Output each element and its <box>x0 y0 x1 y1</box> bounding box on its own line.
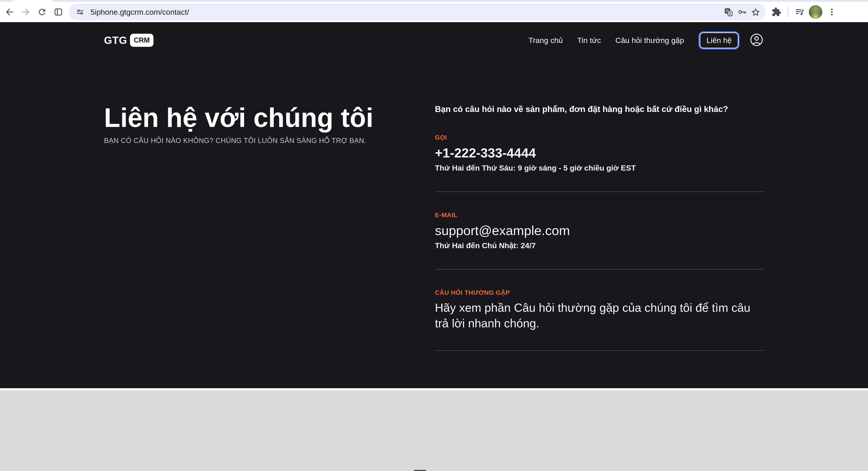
back-button[interactable] <box>2 5 17 19</box>
url-text: 5iphone.gtgcrm.com/contact/ <box>90 8 722 17</box>
translate-icon[interactable]: G文 <box>722 5 735 19</box>
main-nav: Trang chủ Tin tức Câu hỏi thường gặp Liê… <box>528 31 740 50</box>
active-tab <box>12 0 53 2</box>
side-panel-button[interactable] <box>51 5 66 19</box>
media-controls-button[interactable] <box>793 5 807 19</box>
hero-column: Liên hệ với chúng tôi BẠN CÓ CÂU HỎI NÀO… <box>104 103 435 351</box>
extensions-button[interactable] <box>769 5 784 19</box>
tune-icon[interactable] <box>73 5 87 19</box>
below-fold-area <box>0 390 868 471</box>
contact-section-email: E-MAIL support@example.com Thứ Hai đến C… <box>435 211 764 270</box>
svg-text:文: 文 <box>728 11 732 16</box>
page-title: Liên hệ với chúng tôi <box>104 103 421 133</box>
footer-peek <box>414 470 426 471</box>
call-hours: Thứ Hai đến Thứ Sáu: 9 giờ sáng - 5 giờ … <box>435 164 764 172</box>
account-icon <box>749 32 764 48</box>
browser-toolbar: 5iphone.gtgcrm.com/contact/ G文 <box>0 2 868 22</box>
forward-button[interactable] <box>19 5 33 19</box>
call-label: GỌI <box>435 134 764 141</box>
browser-menu-button[interactable] <box>825 5 839 19</box>
tab-strip <box>0 0 868 2</box>
section-divider <box>435 269 764 270</box>
account-button[interactable] <box>749 32 764 48</box>
nav-link-faq[interactable]: Câu hỏi thường gặp <box>615 36 684 45</box>
media-controls-icon <box>795 7 805 17</box>
browser-chrome: 5iphone.gtgcrm.com/contact/ G文 <box>0 0 868 22</box>
email-label: E-MAIL <box>435 211 764 219</box>
forward-icon <box>21 7 31 17</box>
extensions-puzzle-icon <box>772 7 781 17</box>
reload-icon <box>37 7 47 17</box>
page-background-gap <box>0 388 868 390</box>
side-panel-icon <box>53 7 63 17</box>
email-address: support@example.com <box>435 223 764 238</box>
main-content: Liên hệ với chúng tôi BẠN CÓ CÂU HỎI NÀO… <box>104 103 764 351</box>
menu-dots-icon <box>827 7 836 17</box>
star-icon[interactable] <box>749 5 763 19</box>
section-divider <box>435 192 764 192</box>
reload-button[interactable] <box>35 5 49 19</box>
contact-section-call: GỌI +1-222-333-4444 Thứ Hai đến Thứ Sáu:… <box>435 134 764 192</box>
contact-section-faq: CÂU HỎI THƯỜNG GẶP Hãy xem phần Câu hỏi … <box>435 289 764 351</box>
back-icon <box>4 7 14 17</box>
faq-label: CÂU HỎI THƯỜNG GẶP <box>435 289 764 296</box>
logo-text: GTG <box>104 34 127 47</box>
toolbar-separator <box>788 7 788 17</box>
url-bar[interactable]: 5iphone.gtgcrm.com/contact/ G文 <box>69 4 766 20</box>
nav-link-contact-active[interactable]: Liên hệ <box>699 31 740 50</box>
email-hours: Thứ Hai đến Chủ Nhật: 24/7 <box>435 241 764 250</box>
key-icon[interactable] <box>735 5 749 19</box>
site-header: GTG CRM Trang chủ Tin tức Câu hỏi thường… <box>104 22 764 58</box>
browser-profile-avatar[interactable] <box>809 5 822 19</box>
faq-text: Hãy xem phần Câu hỏi thường gặp của chún… <box>435 300 764 331</box>
page-tagline: BẠN CÓ CÂU HỎI NÀO KHÔNG? CHÚNG TÔI LUÔN… <box>104 137 421 145</box>
logo[interactable]: GTG CRM <box>104 34 153 47</box>
contact-intro: Bạn có câu hỏi nào về sản phẩm, đơn đặt … <box>435 104 764 115</box>
phone-number: +1-222-333-4444 <box>435 145 764 160</box>
nav-link-home[interactable]: Trang chủ <box>528 36 563 45</box>
nav-link-news[interactable]: Tin tức <box>577 36 601 45</box>
contact-page: GTG CRM Trang chủ Tin tức Câu hỏi thường… <box>0 22 868 388</box>
contact-column: Bạn có câu hỏi nào về sản phẩm, đơn đặt … <box>435 103 764 351</box>
logo-badge: CRM <box>130 34 154 47</box>
section-divider <box>435 350 764 351</box>
